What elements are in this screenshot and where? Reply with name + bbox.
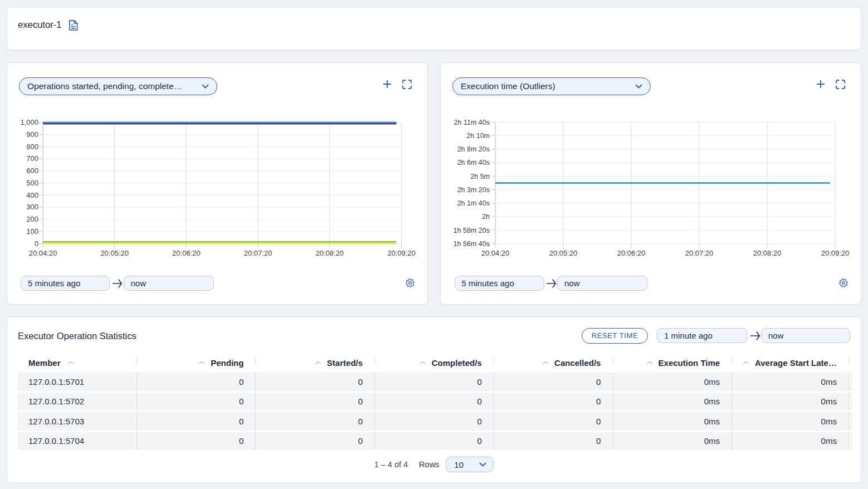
svg-text:2h 11m 40s: 2h 11m 40s (454, 119, 490, 126)
svg-text:20:05:20: 20:05:20 (100, 249, 129, 257)
svg-text:900: 900 (26, 130, 38, 139)
svg-text:500: 500 (26, 179, 38, 187)
svg-text:2h 3m 20s: 2h 3m 20s (457, 186, 490, 194)
svg-text:800: 800 (26, 143, 38, 151)
svg-text:2h 1m 40s: 2h 1m 40s (457, 199, 490, 207)
svg-text:2h 6m 40s: 2h 6m 40s (457, 159, 490, 167)
svg-text:600: 600 (26, 167, 38, 175)
svg-text:300: 300 (26, 203, 38, 211)
svg-text:20:06:20: 20:06:20 (172, 249, 201, 257)
svg-text:2h 5m: 2h 5m (470, 173, 490, 180)
svg-text:1h 58m 20s: 1h 58m 20s (453, 227, 490, 234)
svg-text:100: 100 (26, 227, 38, 236)
svg-text:400: 400 (26, 191, 38, 199)
svg-text:20:04:20: 20:04:20 (29, 249, 57, 257)
svg-text:2h 8m 20s: 2h 8m 20s (457, 145, 490, 153)
svg-text:1h 56m 40s: 1h 56m 40s (453, 240, 490, 248)
svg-text:700: 700 (26, 154, 38, 163)
svg-text:20:07:20: 20:07:20 (685, 249, 714, 257)
svg-text:20:09:20: 20:09:20 (821, 249, 850, 257)
svg-text:20:08:20: 20:08:20 (753, 249, 782, 257)
svg-text:2h 10m: 2h 10m (466, 132, 490, 140)
svg-text:1,000: 1,000 (20, 118, 38, 126)
svg-text:2h: 2h (482, 213, 490, 221)
svg-text:20:08:20: 20:08:20 (315, 249, 344, 257)
svg-text:20:06:20: 20:06:20 (617, 249, 646, 257)
svg-text:20:07:20: 20:07:20 (244, 249, 272, 257)
svg-text:20:04:20: 20:04:20 (481, 249, 510, 257)
svg-text:20:09:20: 20:09:20 (387, 249, 416, 257)
svg-text:20:05:20: 20:05:20 (549, 249, 578, 257)
svg-text:0: 0 (35, 239, 38, 248)
svg-text:200: 200 (26, 215, 38, 223)
